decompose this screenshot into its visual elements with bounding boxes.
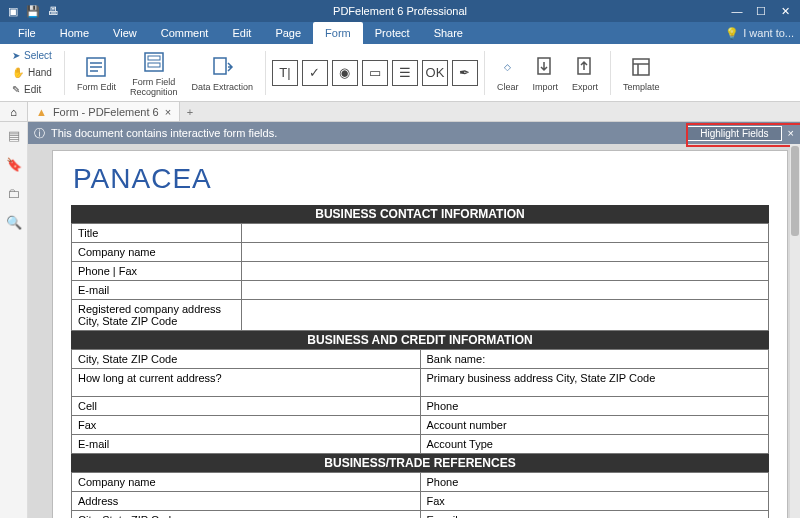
separator <box>610 51 611 95</box>
pdf-page: PANACEA BUSINESS CONTACT INFORMATION Tit… <box>52 150 788 518</box>
export-button[interactable]: Export <box>566 50 604 96</box>
attachments-icon[interactable]: 🗀 <box>7 186 20 201</box>
search-panel-icon[interactable]: 🔍 <box>6 215 22 230</box>
section2-table: City, State ZIP CodeBank name: How long … <box>71 349 769 454</box>
document-logo: PANACEA <box>73 163 769 195</box>
close-infobar-button[interactable]: × <box>788 127 794 139</box>
svg-rect-4 <box>214 58 226 74</box>
close-tab-button[interactable]: × <box>165 106 171 118</box>
form-field[interactable] <box>242 281 769 300</box>
checkbox-tool[interactable]: ✓ <box>302 60 328 86</box>
text-field-tool[interactable]: T| <box>272 60 298 86</box>
section3-table: Company namePhone AddressFax City, State… <box>71 472 769 518</box>
svg-rect-3 <box>148 63 160 67</box>
section-header: BUSINESS AND CREDIT INFORMATION <box>71 331 769 349</box>
minimize-button[interactable]: — <box>726 5 748 18</box>
scrollbar-thumb[interactable] <box>791 146 799 236</box>
work-area: ▤ 🔖 🗀 🔍 ⓘ This document contains interac… <box>0 122 800 518</box>
document-canvas[interactable]: ⓘ This document contains interactive for… <box>28 122 800 518</box>
add-tab-button[interactable]: + <box>180 102 200 121</box>
combobox-tool[interactable]: ▭ <box>362 60 388 86</box>
data-extraction-icon <box>210 55 234 79</box>
hand-icon: ✋ <box>12 67 24 78</box>
ribbon: ➤Select ✋Hand ✎Edit Form Edit Form Field… <box>0 44 800 102</box>
quick-tools: ➤Select ✋Hand ✎Edit <box>6 46 58 100</box>
section-header: BUSINESS CONTACT INFORMATION <box>71 205 769 223</box>
search-help-label: I want to... <box>743 27 794 39</box>
pencil-icon: ✎ <box>12 84 20 95</box>
cursor-icon: ➤ <box>12 50 20 61</box>
separator <box>484 51 485 95</box>
template-icon <box>630 56 652 78</box>
template-button[interactable]: Template <box>617 50 666 96</box>
import-icon <box>534 56 556 78</box>
maximize-button[interactable]: ☐ <box>750 5 772 18</box>
bookmarks-icon[interactable]: 🔖 <box>6 157 22 172</box>
home-icon: ⌂ <box>10 106 17 118</box>
left-sidebar: ▤ 🔖 🗀 🔍 <box>0 122 28 518</box>
thumbnails-icon[interactable]: ▤ <box>8 128 20 143</box>
tab-protect[interactable]: Protect <box>363 22 422 44</box>
document-tab[interactable]: ▲ Form - PDFelement 6 × <box>28 102 180 121</box>
listbox-tool[interactable]: ☰ <box>392 60 418 86</box>
import-button[interactable]: Import <box>527 50 565 96</box>
app-title: PDFelement 6 Professional <box>333 5 467 17</box>
highlight-fields-button[interactable]: Highlight Fields <box>687 126 781 141</box>
table-row: E-mailAccount Type <box>72 435 769 454</box>
info-icon: ⓘ <box>34 126 45 141</box>
hand-tool[interactable]: ✋Hand <box>12 65 52 81</box>
table-row: Company namePhone <box>72 473 769 492</box>
title-bar: ▣ 💾 🖶 PDFelement 6 Professional — ☐ ✕ <box>0 0 800 22</box>
table-row: Title <box>72 224 769 243</box>
svg-rect-2 <box>148 56 160 60</box>
info-bar: ⓘ This document contains interactive for… <box>28 122 800 144</box>
form-edit-button[interactable]: Form Edit <box>71 50 122 96</box>
form-field[interactable] <box>242 300 769 331</box>
table-row: City, State ZIP CodeBank name: <box>72 350 769 369</box>
search-help[interactable]: 💡 I want to... <box>725 27 794 40</box>
signature-icon: ✒ <box>459 65 470 80</box>
table-row: Phone | Fax <box>72 262 769 281</box>
table-row: City, State ZIP CodeE-mail <box>72 511 769 519</box>
vertical-scrollbar[interactable] <box>790 144 800 518</box>
table-row: FaxAccount number <box>72 416 769 435</box>
document-tab-label: Form - PDFelement 6 <box>53 106 159 118</box>
eraser-icon: ◇ <box>504 53 511 81</box>
section1-table: Title Company name Phone | Fax E-mail Re… <box>71 223 769 331</box>
save-icon[interactable]: 💾 <box>26 4 40 18</box>
document-tab-bar: ⌂ ▲ Form - PDFelement 6 × + <box>0 102 800 122</box>
edit-tool[interactable]: ✎Edit <box>12 82 52 98</box>
home-tab-button[interactable]: ⌂ <box>0 102 28 121</box>
form-field[interactable] <box>242 243 769 262</box>
tab-comment[interactable]: Comment <box>149 22 221 44</box>
tab-share[interactable]: Share <box>422 22 475 44</box>
tab-file[interactable]: File <box>6 22 48 44</box>
tab-home[interactable]: Home <box>48 22 101 44</box>
section-header: BUSINESS/TRADE REFERENCES <box>71 454 769 472</box>
tab-edit[interactable]: Edit <box>220 22 263 44</box>
app-logo-icon: ▣ <box>6 4 20 18</box>
form-edit-icon <box>84 55 108 79</box>
data-extraction-button[interactable]: Data Extraction <box>185 50 259 96</box>
tab-view[interactable]: View <box>101 22 149 44</box>
separator <box>64 51 65 95</box>
form-field[interactable] <box>242 262 769 281</box>
button-tool[interactable]: OK <box>422 60 448 86</box>
close-button[interactable]: ✕ <box>774 5 796 18</box>
form-field-recognition-button[interactable]: Form Field Recognition <box>124 45 184 101</box>
signature-tool[interactable]: ✒ <box>452 60 478 86</box>
print-icon[interactable]: 🖶 <box>46 4 60 18</box>
select-tool[interactable]: ➤Select <box>12 48 52 64</box>
clear-button[interactable]: ◇ Clear <box>491 50 525 96</box>
radio-tool[interactable]: ◉ <box>332 60 358 86</box>
warning-icon: ▲ <box>36 106 47 118</box>
menu-bar: File Home View Comment Edit Page Form Pr… <box>0 22 800 44</box>
tab-page[interactable]: Page <box>263 22 313 44</box>
lightbulb-icon: 💡 <box>725 27 739 40</box>
form-field[interactable] <box>242 224 769 243</box>
tab-form[interactable]: Form <box>313 22 363 44</box>
export-icon <box>574 56 596 78</box>
info-message: This document contains interactive form … <box>51 127 681 139</box>
table-row: CellPhone <box>72 397 769 416</box>
table-row: How long at current address?Primary busi… <box>72 369 769 397</box>
